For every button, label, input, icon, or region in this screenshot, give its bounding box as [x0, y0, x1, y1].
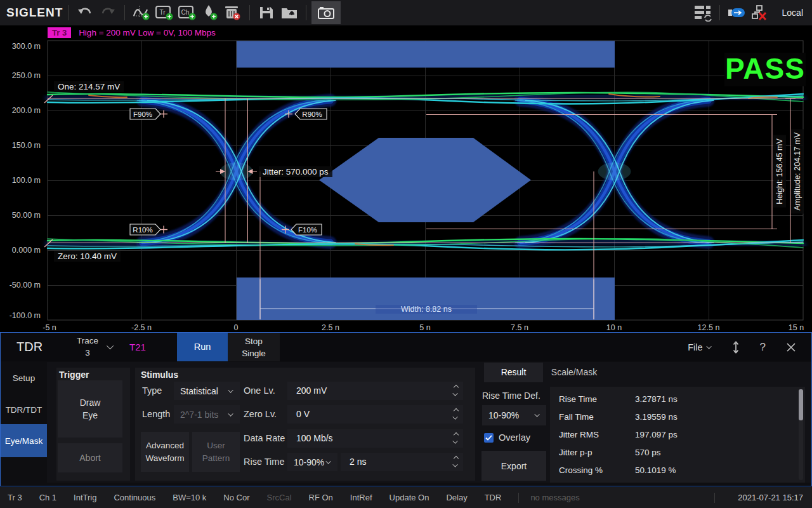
usb-status-button[interactable]: [725, 3, 748, 23]
data-rate-stepper[interactable]: [454, 433, 458, 444]
status-trigger: IntTrig: [74, 493, 96, 502]
advanced-waveform-button[interactable]: Advanced Waveform: [141, 432, 189, 472]
tab-result[interactable]: Result: [484, 363, 543, 382]
network-status-button[interactable]: [748, 3, 771, 23]
table-row: Rise Time 3.27871 ns: [550, 391, 805, 408]
svg-text:Tr: Tr: [160, 9, 166, 16]
tab-scale-mask[interactable]: Scale/Mask: [543, 363, 605, 382]
width-label: Width: 8.82 ns: [376, 305, 477, 314]
result-name: Jitter RMS: [559, 426, 599, 444]
table-row: Jitter p-p 570 ps: [550, 444, 805, 462]
siglent-logo: SIGLENT: [6, 6, 63, 20]
result-value: 3.19559 ns: [635, 408, 678, 426]
folder-open-icon: [280, 5, 298, 20]
zero-level-field-label: Zero Lv.: [244, 405, 277, 424]
window-layout-button[interactable]: [691, 3, 714, 23]
stop-single-button[interactable]: Stop Single: [228, 333, 280, 361]
rise-time-def-select-value: 10-90%: [488, 410, 519, 420]
save-button[interactable]: [255, 3, 278, 23]
result-scrollbar-thumb[interactable]: [799, 389, 803, 420]
application-window: SIGLENT: [0, 0, 812, 508]
type-chevron-icon: [228, 387, 233, 392]
add-waveform-button[interactable]: [130, 3, 153, 23]
status-message: no messages: [530, 493, 579, 502]
sidebar-item-eye-mask[interactable]: Eye/Mask: [1, 424, 47, 457]
add-channel-button[interactable]: Ch: [176, 3, 199, 23]
rise-time-def-select[interactable]: 10-90%: [482, 405, 546, 425]
length-chevron-icon: [228, 411, 233, 416]
add-marker-button[interactable]: [199, 3, 221, 23]
add-trace-icon: Tr: [155, 4, 174, 21]
zero-level-input[interactable]: 0 V: [287, 405, 463, 424]
screenshot-button[interactable]: [311, 1, 341, 24]
trace-selector-chevron-icon: [107, 342, 114, 349]
redo-button[interactable]: [96, 3, 119, 23]
stepper-up-icon: [454, 456, 459, 461]
mask-center-hexagon: [319, 138, 531, 222]
type-select[interactable]: Statistical: [174, 382, 240, 400]
length-label: Length: [142, 405, 170, 424]
draw-eye-line2: Eye: [82, 409, 98, 422]
undo-icon: [77, 6, 93, 20]
mask-test-pass-badge: PASS: [724, 53, 806, 86]
trace-selector-line1: Trace: [69, 335, 106, 347]
result-table: Rise Time 3.27871 ns Fall Time 3.19559 n…: [550, 387, 805, 483]
toolbar-divider: [249, 5, 250, 20]
zero-level-stepper[interactable]: [454, 409, 458, 420]
user-pattern-button[interactable]: User Pattern: [192, 432, 240, 472]
rise-time-stepper[interactable]: [454, 457, 458, 467]
help-button[interactable]: ?: [760, 341, 766, 354]
toolbar-divider: [124, 5, 125, 20]
file-menu-button[interactable]: File: [688, 342, 711, 352]
trigger-heading: Trigger: [59, 370, 89, 380]
one-level-input[interactable]: 200 mV: [287, 382, 463, 400]
one-level-stepper[interactable]: [454, 385, 458, 396]
draw-eye-button[interactable]: Draw Eye: [58, 380, 122, 438]
stepper-down-icon: [452, 391, 457, 396]
overlay-checkbox[interactable]: [484, 433, 494, 443]
resize-panel-button[interactable]: [732, 341, 740, 354]
undo-button[interactable]: [74, 3, 96, 23]
trace-name-t21[interactable]: T21: [129, 333, 146, 361]
rise-time-def-select-stimulus[interactable]: 10-90%: [287, 453, 337, 471]
table-row: Crossing % 50.1019 %: [550, 462, 805, 479]
status-divider: [518, 493, 519, 503]
delete-button[interactable]: [221, 3, 244, 23]
window-list-icon: [693, 4, 713, 22]
toolbar-divider: [68, 5, 69, 20]
file-chevron-icon: [706, 344, 711, 349]
status-datetime: 2021-07-21 15:17: [738, 493, 803, 502]
data-rate-value: 100 Mb/s: [296, 433, 333, 443]
panel-header-actions: File ?: [688, 333, 811, 361]
length-value: 2^7-1 bits: [180, 410, 218, 420]
draw-eye-line1: Draw: [80, 396, 101, 409]
trace-selector-line2: 3: [69, 347, 106, 359]
abort-button[interactable]: Abort: [58, 443, 122, 472]
add-waveform-icon: [132, 4, 151, 21]
data-rate-input[interactable]: 100 Mb/s: [287, 429, 463, 448]
type-label: Type: [142, 382, 162, 400]
run-button[interactable]: Run: [177, 333, 228, 361]
status-trace: Tr 3: [8, 493, 22, 502]
network-disconnected-icon: [750, 4, 768, 21]
close-panel-button[interactable]: [786, 342, 796, 352]
export-button[interactable]: Export: [481, 451, 546, 481]
rise-time-input[interactable]: 2 ns: [341, 453, 463, 471]
tdr-panel: TDR Trace 3 T21 Run Stop Single File ?: [0, 332, 812, 486]
result-value: 50.1019 %: [635, 462, 676, 479]
result-name: Jitter p-p: [559, 444, 593, 462]
rise-def-chevron-icon: [325, 458, 331, 464]
result-value: 197.097 ps: [635, 426, 678, 444]
export-label: Export: [501, 460, 527, 472]
sidebar-item-setup[interactable]: Setup: [1, 366, 47, 389]
sidebar-item-tdr-tdt[interactable]: TDR/TDT: [1, 398, 47, 421]
local-mode-label: Local: [782, 8, 803, 18]
add-trace-button[interactable]: Tr: [153, 3, 176, 23]
length-select[interactable]: 2^7-1 bits: [174, 405, 240, 424]
overlay-label[interactable]: Overlay: [499, 432, 530, 443]
usb-icon: [727, 7, 746, 18]
status-channel: Ch 1: [39, 493, 56, 502]
trace-selector[interactable]: Trace 3: [69, 335, 106, 359]
recall-button[interactable]: [278, 3, 301, 23]
status-divider: [714, 493, 715, 503]
